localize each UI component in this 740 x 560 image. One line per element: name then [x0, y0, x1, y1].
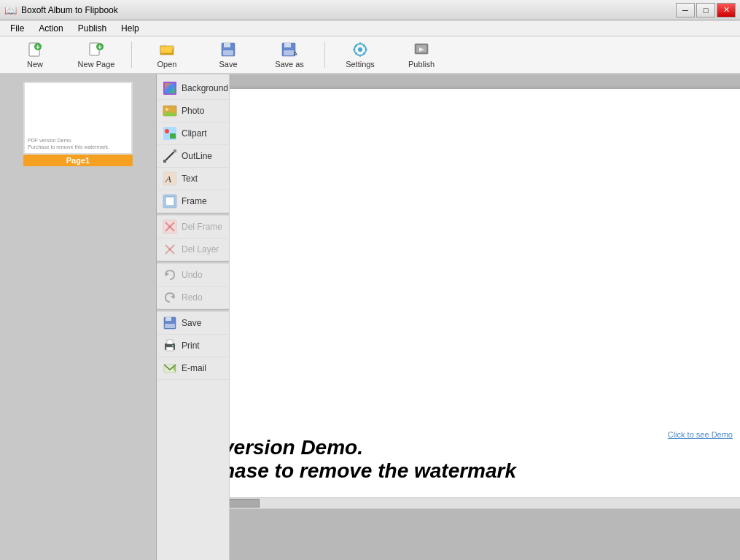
open-icon	[158, 41, 176, 58]
app-title: Boxoft Album to Flipbook	[21, 5, 118, 15]
new-page-button[interactable]: + New Page	[67, 39, 125, 71]
svg-rect-45	[166, 347, 174, 351]
save-as-icon: A	[281, 41, 298, 58]
publish-button[interactable]: Publish	[392, 39, 451, 71]
page-thumbnail-1[interactable]: PDF version Demo. Purchase to remove thi…	[23, 82, 133, 166]
sidebar-background[interactable]: Background	[157, 77, 229, 100]
menu-file[interactable]: File	[3, 22, 31, 35]
sidebar-redo: Redo	[157, 287, 229, 309]
publish-label: Publish	[408, 60, 435, 69]
email-label: E-mail	[182, 363, 206, 373]
svg-point-24	[165, 129, 169, 133]
canvas-scrollbar-thumb[interactable]	[230, 499, 260, 508]
svg-point-14	[358, 47, 362, 52]
email-icon	[163, 361, 177, 376]
frame-icon	[163, 194, 177, 209]
title-left: 📖 Boxoft Album to Flipbook	[4, 4, 118, 16]
sidebar-outline[interactable]: OutLine	[157, 145, 229, 168]
main-area: PDF version Demo. Purchase to remove thi…	[0, 74, 740, 560]
svg-text:+: +	[36, 43, 40, 51]
canvas-area: Click to see Demo version Demo. hase to …	[230, 74, 740, 560]
canvas-scrollbar[interactable]	[230, 497, 740, 509]
save-icon	[219, 41, 237, 58]
toolbar: + New + New Page Open	[0, 36, 740, 74]
svg-rect-28	[163, 160, 166, 163]
sidebar-print[interactable]: Print	[157, 335, 229, 357]
watermark-line1: version Demo.	[230, 436, 740, 459]
clipart-icon	[163, 126, 177, 141]
sidebar-text[interactable]: A Text	[157, 168, 229, 190]
settings-icon	[351, 41, 369, 58]
sidebar-del-frame: Del Frame	[157, 216, 229, 238]
del-layer-label: Del Layer	[182, 244, 219, 254]
sidebar-save-tool[interactable]: Save	[157, 312, 229, 335]
svg-rect-41	[165, 317, 171, 321]
menu-bar: File Action Publish Help	[0, 20, 740, 36]
settings-label: Settings	[346, 60, 375, 69]
sidebar-email[interactable]: E-mail	[157, 357, 229, 380]
del-frame-label: Del Frame	[182, 222, 222, 232]
canvas-wrapper[interactable]: Click to see Demo version Demo. hase to …	[230, 89, 740, 497]
outline-icon	[163, 149, 177, 163]
page-label-1: Page1	[23, 155, 133, 166]
new-page-label: New Page	[78, 60, 115, 69]
svg-rect-19	[165, 83, 175, 93]
text-icon: A	[163, 171, 177, 186]
sidebar-frame[interactable]: Frame	[157, 190, 229, 213]
app-icon: 📖	[4, 4, 17, 16]
svg-rect-25	[170, 133, 176, 139]
svg-text:A: A	[294, 51, 297, 56]
new-page-icon: +	[87, 41, 105, 58]
menu-publish[interactable]: Publish	[71, 22, 114, 35]
svg-point-21	[165, 108, 168, 111]
svg-marker-38	[165, 272, 169, 276]
svg-rect-7	[224, 43, 230, 47]
redo-label: Redo	[182, 292, 203, 303]
svg-rect-42	[165, 324, 175, 328]
menu-action[interactable]: Action	[31, 22, 70, 35]
save-button[interactable]: Save	[199, 39, 257, 71]
save-as-label: Save as	[275, 60, 304, 69]
title-bar: 📖 Boxoft Album to Flipbook ─ □ ✕	[0, 0, 740, 20]
sidebar: Background Photo Clipart	[157, 74, 230, 560]
sidebar-clipart[interactable]: Clipart	[157, 122, 229, 145]
save-label: Save	[219, 60, 237, 69]
save-as-button[interactable]: A Save as	[260, 39, 319, 71]
close-button[interactable]: ✕	[717, 3, 736, 18]
svg-rect-44	[167, 340, 173, 344]
minimize-button[interactable]: ─	[676, 3, 695, 18]
background-label: Background	[182, 83, 228, 93]
sidebar-del-layer: Del Layer	[157, 238, 229, 261]
open-button[interactable]: Open	[138, 39, 196, 71]
sidebar-undo: Undo	[157, 264, 229, 287]
menu-help[interactable]: Help	[114, 22, 147, 35]
photo-icon	[163, 104, 177, 118]
settings-button[interactable]: Settings	[331, 39, 389, 71]
del-layer-icon	[163, 242, 177, 257]
svg-rect-27	[174, 149, 176, 152]
save-tool-icon	[163, 316, 177, 330]
new-button[interactable]: + New	[6, 39, 64, 71]
svg-rect-8	[223, 50, 233, 55]
watermark-text: version Demo. hase to remove the waterma…	[230, 436, 740, 483]
svg-text:+: +	[98, 43, 102, 51]
redo-icon	[163, 290, 177, 305]
text-label: Text	[182, 174, 198, 184]
restore-button[interactable]: □	[696, 3, 715, 18]
svg-rect-11	[284, 50, 294, 55]
svg-marker-39	[171, 295, 174, 299]
new-icon: +	[26, 41, 44, 58]
left-panel: PDF version Demo. Purchase to remove thi…	[0, 74, 157, 560]
new-label: New	[27, 60, 43, 69]
print-icon	[163, 338, 177, 353]
svg-rect-10	[284, 43, 291, 47]
sidebar-photo[interactable]: Photo	[157, 100, 229, 122]
background-icon	[163, 81, 177, 96]
toolbar-separator-1	[131, 42, 132, 68]
svg-rect-32	[165, 197, 174, 206]
thumb-watermark: PDF version Demo. Purchase to remove thi…	[28, 137, 128, 150]
outline-label: OutLine	[182, 151, 212, 161]
frame-label: Frame	[182, 196, 207, 206]
title-buttons: ─ □ ✕	[676, 3, 736, 18]
undo-label: Undo	[182, 270, 203, 280]
